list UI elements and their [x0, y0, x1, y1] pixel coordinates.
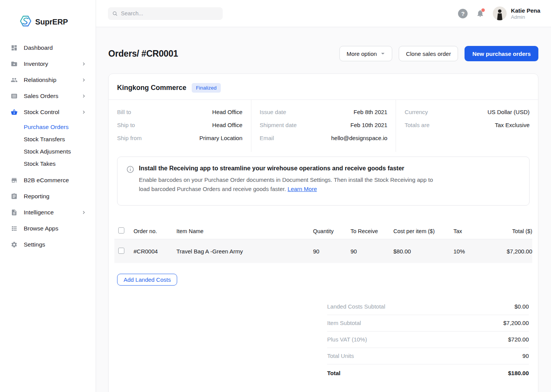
sidebar-item-inventory[interactable]: Inventory — [0, 56, 96, 72]
totals-value: $7,200.00 — [503, 320, 529, 326]
sidebar-item-browse-apps[interactable]: Browse Apps — [0, 220, 96, 237]
sidebar-item-label: B2B eCommerce — [24, 177, 86, 184]
detail-value: US Dollar (USD) — [487, 109, 530, 115]
apps-grid-icon — [11, 225, 18, 232]
sidebar-item-label: Inventory — [24, 60, 81, 67]
add-landed-costs-button[interactable]: Add Landed Costs — [117, 274, 177, 286]
user-menu[interactable]: Katie Pena Admin — [493, 7, 540, 20]
sidebar-item-settings[interactable]: Settings — [0, 237, 96, 253]
cell-to-receive: 90 — [350, 248, 393, 255]
stock-control-icon — [11, 109, 18, 116]
user-name: Katie Pena — [511, 7, 540, 14]
select-all-checkbox[interactable] — [118, 227, 124, 234]
sidebar-item-sales-orders[interactable]: Sales Orders — [0, 88, 96, 104]
row-checkbox[interactable] — [118, 248, 124, 254]
banner-body-text: Enable barcodes on your Purchase Order d… — [139, 176, 433, 192]
detail-label: Shipment date — [260, 122, 297, 128]
cell-item-name: Travel Bag A -Green Army — [176, 248, 313, 255]
col-header-total: Total ($) — [484, 228, 532, 234]
purchase-order-card: Kingkong Commerce Finalized Bill to Head… — [108, 74, 538, 392]
help-icon[interactable]: ? — [458, 9, 468, 18]
sidebar-item-label: Sales Orders — [24, 93, 81, 100]
sidebar-item-stock-adjusments[interactable]: Stock Adjusments — [0, 145, 96, 158]
page-content: Orders/ #CR0001 More option Clone sales … — [96, 27, 551, 392]
clone-sales-order-button[interactable]: Clone sales order — [399, 46, 458, 61]
details-column-dates: Issue date Feb 8th 2021 Shipment date Fe… — [251, 100, 396, 152]
order-items-table: Order no. Item Name Quantity To Receive … — [114, 223, 532, 263]
totals-label: Item Subtotal — [327, 320, 361, 326]
brand-logo-icon — [19, 15, 32, 29]
brand-name: SuprERP — [35, 18, 68, 26]
detail-label: Bill to — [117, 109, 131, 115]
sidebar-item-intelligence[interactable]: Intelligence — [0, 204, 96, 220]
sidebar-item-b2b-ecommerce[interactable]: B2B eCommerce — [0, 172, 96, 188]
clipboard-icon — [11, 193, 18, 200]
totals-value: $180.00 — [508, 370, 529, 376]
chevron-right-icon — [81, 210, 86, 215]
chevron-right-icon — [81, 77, 86, 83]
user-role: Admin — [511, 14, 540, 20]
detail-value: Feb 10th 2021 — [350, 122, 388, 128]
sidebar-item-stock-control[interactable]: Stock Control — [0, 104, 96, 120]
topbar-actions: ? Katie Pena Admin — [458, 7, 540, 20]
banner-body: Enable barcodes on your Purchase Order d… — [139, 175, 434, 194]
detail-shipment-date: Shipment date Feb 10th 2021 — [260, 118, 388, 131]
vendor-name: Kingkong Commerce — [117, 84, 186, 92]
sidebar-item-purchase-orders[interactable]: Purchase Orders — [0, 121, 96, 133]
chevron-right-icon — [81, 93, 86, 99]
app-root: SuprERP Dashboard Inventory Relationship — [0, 0, 551, 392]
sidebar-item-stock-takes[interactable]: Stock Takes — [0, 158, 96, 170]
more-option-label: More option — [347, 51, 377, 57]
banner-text: Install the Receiving app to streamline … — [139, 165, 434, 194]
table-header-row: Order no. Item Name Quantity To Receive … — [114, 223, 532, 239]
sidebar-subitem-label: Stock Adjusments — [24, 148, 71, 155]
detail-label: Ship to — [117, 122, 135, 128]
brand-logo[interactable]: SuprERP — [0, 15, 96, 29]
sidebar-item-label: Relationship — [24, 77, 81, 83]
detail-totals-are: Totals are Tax Exclusive — [404, 118, 530, 131]
order-details: Bill to Head Office Ship to Head Office … — [109, 100, 538, 152]
detail-ship-to: Ship to Head Office — [117, 118, 243, 131]
totals-row-item-subtotal: Item Subtotal $7,200.00 — [327, 315, 529, 332]
detail-email: Email hello@designspace.io — [260, 131, 388, 144]
avatar — [493, 7, 507, 20]
new-purchase-orders-button[interactable]: New purchase orders — [465, 46, 538, 61]
status-badge: Finalized — [192, 83, 221, 93]
learn-more-link[interactable]: Learn More — [288, 186, 317, 192]
cell-quantity: 90 — [313, 248, 350, 255]
detail-bill-to: Bill to Head Office — [117, 105, 243, 118]
search-input[interactable] — [108, 7, 223, 20]
relationship-icon — [11, 77, 18, 83]
col-header-item-name: Item Name — [176, 228, 313, 234]
add-landed-costs-label: Add Landed Costs — [124, 276, 171, 283]
dashboard-icon — [11, 44, 18, 51]
cell-order-no: #CR0004 — [134, 248, 176, 255]
stock-control-submenu: Purchase Orders Stock Transfers Stock Ad… — [0, 121, 96, 170]
detail-issue-date: Issue date Feb 8th 2021 — [260, 105, 388, 118]
totals-label: Total — [327, 370, 341, 376]
detail-value: Head Office — [212, 109, 243, 115]
more-option-button[interactable]: More option — [339, 46, 392, 61]
detail-value: Feb 8th 2021 — [354, 109, 387, 115]
detail-value: Tax Exclusive — [495, 122, 530, 128]
document-icon — [11, 209, 18, 216]
sidebar-item-reporting[interactable]: Reporting — [0, 188, 96, 204]
sidebar-item-stock-transfers[interactable]: Stock Transfers — [0, 133, 96, 145]
totals-label: Landed Costs Subtotal — [327, 303, 385, 310]
table-row[interactable]: #CR0004 Travel Bag A -Green Army 90 90 $… — [114, 239, 532, 263]
col-header-tax: Tax — [453, 228, 484, 234]
chevron-right-icon — [81, 61, 86, 67]
sidebar-item-label: Settings — [24, 241, 86, 248]
cell-tax: 10% — [453, 248, 484, 255]
sidebar-item-relationship[interactable]: Relationship — [0, 72, 96, 88]
sidebar-subitem-label: Purchase Orders — [24, 124, 68, 131]
sidebar-item-dashboard[interactable]: Dashboard — [0, 40, 96, 56]
storefront-icon — [11, 177, 18, 184]
details-column-currency: Currency US Dollar (USD) Totals are Tax … — [396, 100, 538, 152]
sidebar-item-label: Stock Control — [24, 109, 81, 116]
search-bar — [108, 7, 223, 20]
notifications-bell-icon[interactable] — [476, 9, 484, 18]
totals-row-total-units: Total Units 90 — [327, 348, 529, 364]
detail-label: Totals are — [404, 122, 429, 128]
header-actions: More option Clone sales order New purcha… — [339, 46, 538, 61]
